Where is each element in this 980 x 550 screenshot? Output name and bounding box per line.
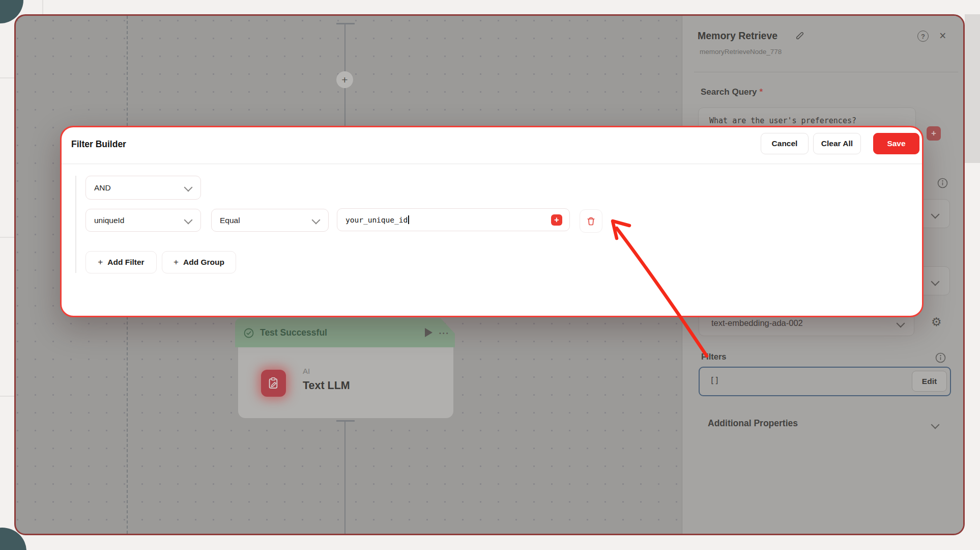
chevron-down-icon — [931, 278, 940, 286]
filters-label: Filters — [701, 352, 727, 362]
search-query-value: What are the user's preferences? — [709, 116, 856, 125]
group-operator-select[interactable]: AND — [85, 176, 201, 200]
filter-group-indent-line — [75, 176, 76, 273]
insert-variable-button[interactable]: + — [551, 214, 562, 226]
add-node-button[interactable]: + — [336, 71, 353, 88]
additional-properties-chevron-icon[interactable] — [931, 421, 940, 429]
group-operator-value: AND — [94, 183, 111, 193]
add-group-button[interactable]: + Add Group — [162, 251, 236, 273]
clipboard-pencil-icon — [267, 376, 280, 390]
node-status-label: Test Successful — [260, 327, 327, 338]
page-background-strip — [965, 14, 980, 163]
filter-builder-modal: Filter Builder Cancel Clear All Save AND… — [60, 126, 924, 317]
run-node-icon[interactable] — [425, 328, 433, 337]
gear-icon[interactable]: ⚙ — [931, 315, 942, 328]
filter-operator-select[interactable]: Equal — [211, 209, 329, 232]
add-filter-button[interactable]: + Add Filter — [85, 251, 157, 273]
check-circle-icon — [244, 328, 254, 338]
required-asterisk: * — [760, 87, 763, 97]
add-query-button[interactable]: + — [927, 126, 941, 141]
chevron-down-icon — [184, 183, 193, 191]
node-status-banner: Test Successful ••• — [235, 318, 455, 347]
text-llm-node-icon — [261, 370, 286, 397]
plus-icon: + — [98, 257, 103, 267]
text-cursor — [408, 215, 409, 224]
chevron-down-icon — [897, 319, 905, 328]
app-window: + Test Successful ••• AI Text LLM Memory… — [14, 14, 965, 535]
add-filter-label: Add Filter — [107, 258, 144, 267]
chevron-down-icon — [312, 215, 321, 224]
search-query-label: Search Query* — [701, 87, 763, 97]
filter-value-input[interactable]: your_unique_id + — [337, 208, 570, 231]
filter-field-value: uniqueId — [94, 216, 124, 225]
filters-value: [] — [710, 376, 719, 385]
search-query-label-text: Search Query — [701, 87, 757, 97]
filter-operator-value: Equal — [220, 216, 240, 225]
node-title-label: Text LLM — [303, 379, 350, 392]
filter-field-select[interactable]: uniqueId — [85, 209, 201, 232]
node-category-label: AI — [303, 367, 310, 375]
help-icon[interactable]: ? — [917, 31, 929, 42]
node-menu-icon[interactable]: ••• — [439, 318, 450, 347]
plus-icon: + — [174, 257, 179, 267]
edit-filters-button[interactable]: Edit — [912, 371, 947, 392]
edit-title-icon[interactable] — [795, 31, 804, 40]
filters-info-icon[interactable] — [935, 352, 946, 363]
node-card[interactable]: AI Text LLM — [238, 347, 453, 418]
info-icon[interactable] — [937, 178, 948, 188]
close-panel-icon[interactable]: × — [939, 31, 946, 41]
modal-header-divider — [62, 163, 922, 164]
cancel-button[interactable]: Cancel — [761, 133, 809, 154]
save-button[interactable]: Save — [873, 133, 919, 154]
panel-divider — [694, 72, 958, 72]
delete-filter-button[interactable] — [580, 209, 602, 233]
modal-title: Filter Builder — [71, 139, 126, 150]
edge-connector-cap-bottom — [336, 420, 355, 422]
chevron-down-icon — [931, 210, 940, 219]
page-gridline — [0, 237, 14, 238]
filters-field[interactable]: [] Edit — [699, 367, 951, 396]
edge-connector-line-bottom — [344, 422, 345, 534]
trash-icon — [586, 216, 596, 226]
page-gridline — [42, 0, 43, 14]
page-gridline — [0, 396, 14, 397]
add-group-label: Add Group — [183, 258, 224, 267]
chevron-down-icon — [184, 215, 193, 224]
panel-title: Memory Retrieve — [698, 30, 777, 42]
embedding-model-value: text-embedding-ada-002 — [711, 318, 803, 327]
additional-properties-label: Additional Properties — [708, 418, 798, 429]
filter-value-text: your_unique_id — [345, 216, 408, 224]
clear-all-button[interactable]: Clear All — [813, 133, 861, 154]
edge-connector-cap-top — [336, 23, 355, 24]
node-id-label: memoryRetrieveNode_778 — [700, 48, 782, 56]
page-gridline — [0, 77, 14, 78]
